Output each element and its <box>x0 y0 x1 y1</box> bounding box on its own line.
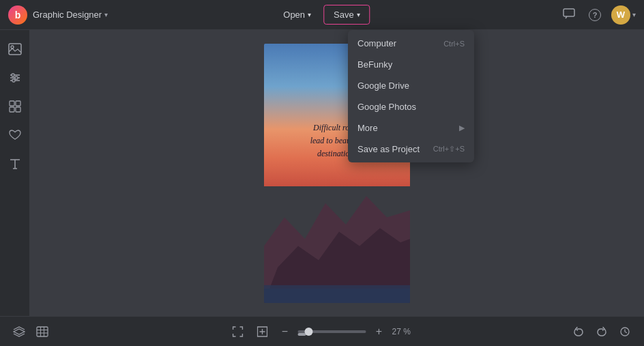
open-button[interactable]: Open ▾ <box>274 5 321 24</box>
svg-rect-0 <box>564 9 574 16</box>
help-button[interactable]: ? <box>585 5 604 25</box>
sidebar-item-image[interactable] <box>3 37 27 61</box>
save-more-item[interactable]: More ▶ <box>348 117 474 139</box>
save-google-drive-item[interactable]: Google Drive <box>348 75 474 96</box>
save-computer-item[interactable]: Computer Ctrl+S <box>348 33 474 54</box>
bottombar: − + 27 % <box>0 316 644 346</box>
topbar-left: b Graphic Designer ▾ <box>8 5 108 25</box>
svg-rect-12 <box>16 107 20 112</box>
svg-rect-11 <box>10 107 14 112</box>
sidebar <box>0 30 30 316</box>
topbar: b Graphic Designer ▾ Open ▾ Save ▾ ? <box>0 0 644 30</box>
zoom-minus-icon: − <box>282 326 288 338</box>
topbar-right: ? W ▾ <box>559 5 636 25</box>
save-dropdown-menu: Computer Ctrl+S BeFunky Google Drive Goo… <box>348 30 474 162</box>
bottombar-right <box>569 322 634 341</box>
save-label: Save <box>334 10 354 20</box>
avatar[interactable]: W <box>611 5 630 25</box>
save-computer-shortcut: Ctrl+S <box>443 40 465 48</box>
app-title-chevron-icon: ▾ <box>104 11 108 18</box>
undo-button[interactable] <box>569 322 588 341</box>
app-title-text: Graphic Designer <box>33 10 102 20</box>
app-logo[interactable]: b <box>8 5 27 25</box>
svg-point-6 <box>11 74 14 76</box>
bottombar-left <box>10 322 52 341</box>
zoom-value-label: 27 % <box>392 327 416 336</box>
save-as-project-label: Save as Project <box>357 144 420 154</box>
mountains-layer <box>264 160 410 303</box>
logo-letter: b <box>15 10 21 20</box>
bottombar-center: − + 27 % <box>229 322 416 341</box>
svg-rect-10 <box>16 101 20 106</box>
open-chevron-icon: ▾ <box>308 11 311 18</box>
avatar-letter: W <box>617 10 625 20</box>
save-chevron-icon: ▾ <box>357 11 360 18</box>
svg-rect-9 <box>10 101 14 106</box>
canvas-area: Difficult roads lead to beautiful destin… <box>30 30 644 316</box>
user-menu[interactable]: W ▾ <box>611 5 636 25</box>
save-computer-label: Computer <box>357 38 396 48</box>
fit-screen-button[interactable] <box>229 322 248 341</box>
comment-icon <box>563 8 575 22</box>
svg-point-8 <box>12 79 14 82</box>
layers-button[interactable] <box>10 322 29 341</box>
save-befunky-label: BeFunky <box>357 59 392 70</box>
save-more-arrow-icon: ▶ <box>459 124 465 132</box>
history-button[interactable] <box>615 322 634 341</box>
zoom-slider[interactable] <box>298 330 366 333</box>
save-as-project-shortcut: Ctrl+⇧+S <box>433 145 465 154</box>
save-as-project-item[interactable]: Save as Project Ctrl+⇧+S <box>348 139 474 160</box>
avatar-chevron-icon: ▾ <box>632 11 636 18</box>
zoom-out-button[interactable]: − <box>278 324 293 339</box>
save-befunky-item[interactable]: BeFunky <box>348 54 474 75</box>
save-more-label: More <box>357 123 378 133</box>
svg-rect-16 <box>264 285 410 302</box>
save-button[interactable]: Save ▾ <box>323 5 370 25</box>
zoom-in-button[interactable]: + <box>372 324 387 339</box>
save-google-photos-item[interactable]: Google Photos <box>348 96 474 117</box>
app-title-button[interactable]: Graphic Designer ▾ <box>33 10 108 20</box>
zoom-slider-thumb[interactable] <box>305 328 313 336</box>
topbar-center: Open ▾ Save ▾ <box>274 5 370 25</box>
grid-toggle-button[interactable] <box>33 322 52 341</box>
comment-button[interactable] <box>559 5 579 25</box>
sidebar-item-text[interactable] <box>3 152 27 176</box>
open-label: Open <box>283 10 305 20</box>
fullscreen-button[interactable] <box>253 322 272 341</box>
save-google-photos-label: Google Photos <box>357 102 416 112</box>
help-icon: ? <box>589 9 601 21</box>
zoom-plus-icon: + <box>376 326 382 338</box>
svg-rect-1 <box>9 44 21 55</box>
save-google-drive-label: Google Drive <box>357 81 409 91</box>
svg-rect-17 <box>37 327 48 336</box>
sidebar-item-grid[interactable] <box>3 94 27 119</box>
svg-point-7 <box>14 76 17 79</box>
redo-button[interactable] <box>592 322 611 341</box>
sidebar-item-favorites[interactable] <box>3 123 27 147</box>
sidebar-item-adjustments[interactable] <box>3 66 27 90</box>
